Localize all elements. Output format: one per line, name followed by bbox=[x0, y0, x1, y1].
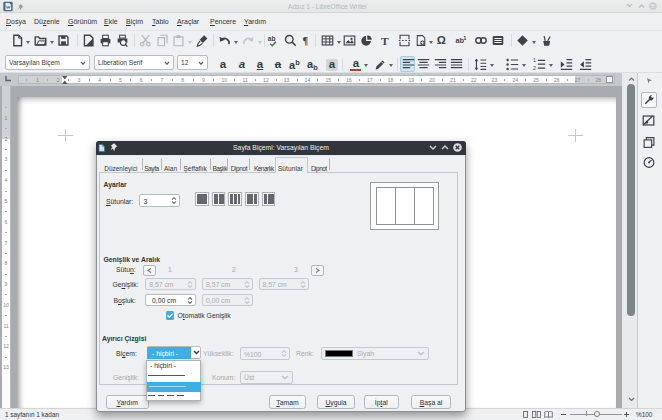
svg-text:Ω: Ω bbox=[437, 34, 446, 46]
svg-text:T: T bbox=[381, 35, 389, 47]
svg-text:2: 2 bbox=[533, 65, 536, 71]
svg-text:1: 1 bbox=[463, 35, 466, 41]
svg-text:1: 1 bbox=[533, 58, 536, 63]
svg-text:ab: ab bbox=[268, 35, 276, 42]
svg-text:¶: ¶ bbox=[302, 35, 308, 46]
